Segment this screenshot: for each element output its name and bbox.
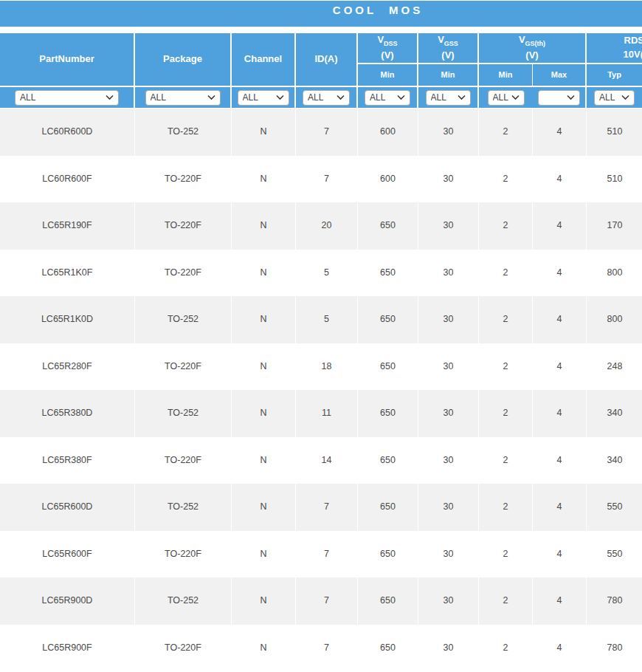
table-cell: 650: [358, 625, 418, 672]
table-cell: LC65R600D: [0, 484, 135, 531]
table-cell: 4: [533, 437, 587, 484]
table-row: LC65R380DTO-252N116503024340: [0, 390, 642, 437]
vgsth-max-filter-select[interactable]: [538, 90, 580, 106]
table-cell: TO-252: [135, 390, 232, 437]
filter-cell-vgsth-min: ALL: [479, 87, 533, 108]
table-cell: 30: [418, 390, 479, 437]
table-cell: N: [232, 625, 296, 672]
table-cell: 7: [296, 156, 358, 203]
col-header-package: Package: [135, 33, 232, 86]
table-cell: 2: [479, 531, 533, 578]
vgss-min-filter-select[interactable]: ALL: [426, 90, 471, 106]
table-cell: 2: [479, 202, 533, 250]
channel-filter-select[interactable]: ALL: [238, 90, 289, 106]
filter-cell-vdss: ALL: [358, 87, 418, 108]
col-header-vgss: VGSS (V): [418, 33, 479, 64]
table-cell: LC60R600F: [0, 156, 135, 203]
table-cell: 5: [296, 296, 358, 343]
table-cell: 30: [418, 296, 479, 343]
filter-cell-package: ALL: [135, 87, 232, 108]
table-cell: 600: [358, 109, 418, 156]
table-cell: 11: [296, 390, 358, 437]
table-cell: 2: [479, 296, 533, 343]
col-header-partnumber: PartNumber: [0, 33, 135, 86]
table-cell: 2: [479, 577, 533, 625]
filter-cell-partnumber: ALL: [0, 87, 135, 108]
package-filter-select[interactable]: ALL: [145, 90, 221, 106]
table-row: LC65R900DTO-252N76503024780: [0, 577, 642, 625]
table-cell: N: [232, 250, 296, 297]
table-cell: 2: [479, 390, 533, 437]
table-cell: 30: [418, 250, 479, 297]
table-cell: 4: [533, 484, 587, 531]
id-filter-select[interactable]: ALL: [303, 90, 350, 106]
table-cell: 340: [587, 437, 642, 484]
table-row: LC65R600DTO-252N76503024550: [0, 484, 642, 531]
title-gap: [0, 27, 642, 33]
table-cell: 30: [418, 625, 479, 672]
table-row: LC65R280FTO-220FN186503024248: [0, 343, 642, 391]
subheader-vgsth-min: Min: [479, 64, 533, 86]
table-cell: LC65R600F: [0, 531, 135, 578]
table-cell: 7: [296, 484, 358, 531]
table-cell: 650: [358, 343, 418, 391]
table-cell: 7: [296, 625, 358, 672]
table-cell: 800: [587, 250, 642, 297]
table-cell: 780: [587, 625, 642, 672]
table-row: LC65R190FTO-220FN206503024170: [0, 202, 642, 250]
table-cell: 2: [479, 437, 533, 484]
table-cell: 14: [296, 437, 358, 484]
col-header-rds: RDS(on) 10V(mΩ): [587, 33, 642, 64]
table-cell: 2: [479, 343, 533, 391]
table-cell: 600: [358, 156, 418, 203]
table-cell: TO-252: [135, 577, 232, 625]
table-cell: 4: [533, 250, 587, 297]
vdss-min-filter-select[interactable]: ALL: [365, 90, 410, 106]
table-cell: LC65R1K0F: [0, 250, 135, 297]
table-cell: 780: [587, 577, 642, 625]
rds-typ-filter-select[interactable]: ALL: [594, 90, 635, 106]
table-row: LC65R600FTO-220FN76503024550: [0, 531, 642, 578]
table-cell: N: [232, 484, 296, 531]
table-cell: 30: [418, 109, 479, 156]
filter-cell-id: ALL: [296, 87, 358, 108]
table-cell: 510: [587, 156, 642, 203]
table-cell: TO-252: [135, 296, 232, 343]
table-cell: N: [232, 156, 296, 203]
table-cell: 20: [296, 202, 358, 250]
table-cell: 4: [533, 390, 587, 437]
table-cell: N: [232, 296, 296, 343]
table-cell: 650: [358, 202, 418, 250]
table-cell: 4: [533, 109, 587, 156]
table-cell: TO-252: [135, 109, 232, 156]
col-header-id: ID(A): [296, 33, 358, 86]
table-cell: 4: [533, 577, 587, 625]
table-cell: 550: [587, 484, 642, 531]
table-cell: TO-252: [135, 484, 232, 531]
page-title: COOL MOS: [333, 4, 423, 16]
table-cell: N: [232, 531, 296, 578]
subheader-rds-typ: Typ: [587, 64, 642, 86]
table-cell: 7: [296, 109, 358, 156]
table-cell: 7: [296, 577, 358, 625]
subheader-vdss-min: Min: [358, 64, 418, 86]
table-cell: 30: [418, 437, 479, 484]
table-cell: 2: [479, 109, 533, 156]
table-row: LC60R600FTO-220FN76003024510: [0, 156, 642, 203]
table-cell: TO-220F: [135, 625, 232, 672]
table-cell: 650: [358, 484, 418, 531]
table-row: LC65R900FTO-220FN76503024780: [0, 625, 642, 672]
table-row: LC60R600DTO-252N76003024510: [0, 109, 642, 156]
table-cell: 650: [358, 577, 418, 625]
table-cell: N: [232, 343, 296, 391]
partnumber-filter-select[interactable]: ALL: [15, 90, 119, 106]
table-cell: N: [232, 390, 296, 437]
table-row: LC65R1K0FTO-220FN56503024800: [0, 250, 642, 297]
col-header-vdss: VDSS (V): [358, 33, 418, 64]
table-cell: 650: [358, 296, 418, 343]
table-cell: LC60R600D: [0, 109, 135, 156]
vgsth-min-filter-select[interactable]: ALL: [488, 90, 525, 106]
table-cell: 2: [479, 156, 533, 203]
table-cell: 510: [587, 109, 642, 156]
table-cell: 30: [418, 484, 479, 531]
